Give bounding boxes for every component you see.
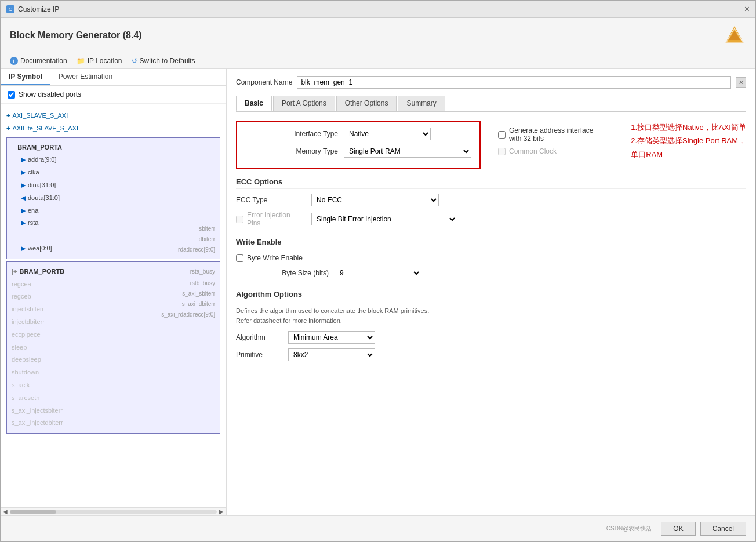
scroll-left-btn[interactable]: ◀ bbox=[3, 508, 8, 515]
left-panel: IP Symbol Power Estimation Show disabled… bbox=[1, 69, 227, 515]
horizontal-scrollbar[interactable]: ◀ ▶ bbox=[1, 507, 226, 515]
list-item: ▶ addra[9:0] bbox=[21, 154, 60, 166]
scroll-right-btn[interactable]: ▶ bbox=[219, 508, 224, 515]
list-item: ▶ rsta bbox=[21, 217, 60, 230]
tab-summary[interactable]: Summary bbox=[398, 96, 445, 111]
byte-size-select[interactable]: 9 8 bbox=[335, 267, 421, 279]
documentation-button[interactable]: i Documentation bbox=[10, 57, 67, 65]
list-item: injectdbiterr bbox=[12, 316, 63, 329]
header-title: Block Memory Generator (8.4) bbox=[10, 30, 142, 41]
primitive-select[interactable]: 8kx2 16kx1 32kx1 bbox=[288, 348, 375, 361]
component-name-clear-btn[interactable]: ✕ bbox=[736, 77, 746, 88]
bram-porta-box: – BRAM_PORTA ▶ addra[9:0] ▶ bbox=[6, 137, 220, 259]
tab-ip-symbol[interactable]: IP Symbol bbox=[1, 69, 50, 85]
logo-icon bbox=[723, 24, 746, 47]
interface-type-select[interactable]: Native AXI4 AXILite bbox=[344, 128, 431, 140]
interface-type-label: Interface Type bbox=[245, 130, 338, 138]
show-disabled-ports-checkbox[interactable] bbox=[8, 91, 15, 99]
primitive-label: Primitive bbox=[236, 351, 282, 359]
algorithm-row: Algorithm Minimum Area Low Power Fixed P… bbox=[236, 331, 746, 344]
main-content: IP Symbol Power Estimation Show disabled… bbox=[1, 69, 755, 515]
list-item: eccpipece bbox=[12, 329, 63, 341]
show-disabled-ports-label[interactable]: Show disabled ports bbox=[8, 90, 219, 99]
ip-location-label: IP Location bbox=[88, 57, 122, 65]
algorithm-select[interactable]: Minimum Area Low Power Fixed Primitives bbox=[288, 331, 375, 344]
title-bar-left: C Customize IP bbox=[6, 5, 59, 13]
component-name-row: Component Name ✕ bbox=[236, 76, 746, 89]
tab-port-a-options[interactable]: Port A Options bbox=[273, 96, 335, 111]
interface-memory-section: Interface Type Native AXI4 AXILite Memor… bbox=[236, 121, 746, 169]
error-injection-select[interactable]: Single Bit Error Injection Double Bit Er… bbox=[311, 213, 457, 225]
ecc-section-title: ECC Options bbox=[236, 177, 746, 189]
memory-type-select[interactable]: Single Port RAM Simple Dual Port RAM Tru… bbox=[344, 145, 471, 158]
list-item: s_axi_injectsbiterr bbox=[12, 405, 63, 417]
write-enable-section: Write Enable Byte Write Enable Byte Size… bbox=[236, 238, 746, 279]
list-item: ▶ wea[0:0] bbox=[21, 242, 60, 255]
bram-portb-box: |+ BRAM_PORTB rsta_busy regcea regceb bbox=[6, 261, 220, 434]
generate-addr-label[interactable]: Generate address interface with 32 bits bbox=[498, 126, 602, 143]
tab-other-options[interactable]: Other Options bbox=[336, 96, 397, 111]
left-options: Show disabled ports bbox=[1, 86, 226, 104]
list-item: ▶ clka bbox=[21, 166, 60, 179]
folder-icon: 📁 bbox=[77, 57, 85, 65]
error-injection-pins-checkbox bbox=[236, 216, 243, 223]
scroll-thumb bbox=[10, 510, 56, 514]
list-item: regceb bbox=[12, 290, 63, 303]
annotation: 1.接口类型选择Native，比AXI简单 2.存储类型选择Single Por… bbox=[631, 121, 746, 161]
close-button[interactable]: × bbox=[744, 5, 750, 14]
write-enable-title: Write Enable bbox=[236, 238, 746, 249]
cancel-button[interactable]: Cancel bbox=[700, 522, 746, 536]
list-item: |+ BRAM_PORTB rsta_busy bbox=[12, 265, 215, 278]
ok-button[interactable]: OK bbox=[661, 522, 695, 536]
generate-addr-section: Generate address interface with 32 bits … bbox=[498, 121, 602, 155]
list-item: s_aresetn bbox=[12, 392, 63, 405]
documentation-label: Documentation bbox=[20, 57, 67, 65]
switch-defaults-label: Switch to Defaults bbox=[140, 57, 195, 65]
algorithm-label: Algorithm bbox=[236, 333, 282, 341]
memory-type-row: Memory Type Single Port RAM Simple Dual … bbox=[245, 145, 471, 158]
list-item: shutdown bbox=[12, 366, 63, 379]
switch-defaults-button[interactable]: ↺ Switch to Defaults bbox=[132, 57, 195, 65]
primitive-row: Primitive 8kx2 16kx1 32kx1 bbox=[236, 348, 746, 361]
ecc-type-select[interactable]: No ECC Single Bit ECC Both Error Injecti… bbox=[311, 194, 439, 206]
watermark: CSDN@农民快活 bbox=[606, 525, 652, 533]
list-item: regcea bbox=[12, 278, 63, 291]
ip-location-button[interactable]: 📁 IP Location bbox=[77, 57, 122, 65]
list-item: deepsleep bbox=[12, 354, 63, 366]
header: Block Memory Generator (8.4) bbox=[1, 18, 755, 53]
component-name-input[interactable] bbox=[297, 76, 731, 89]
error-injection-pins-label: Error Injection Pins bbox=[236, 211, 306, 227]
memory-type-label: Memory Type bbox=[245, 147, 338, 155]
byte-write-enable-checkbox[interactable] bbox=[236, 254, 243, 262]
common-clock-label: Common Clock bbox=[498, 147, 602, 155]
toolbar: i Documentation 📁 IP Location ↺ Switch t… bbox=[1, 53, 755, 69]
ecc-type-label: ECC Type bbox=[236, 196, 306, 204]
list-item: ▶ dina[31:0] bbox=[21, 179, 60, 192]
byte-size-row: Byte Size (bits) 9 8 bbox=[236, 267, 746, 279]
symbol-area: + AXI_SLAVE_S_AXI + AXILite_SLAVE_S_AXI … bbox=[1, 104, 226, 507]
list-item: s_axi_injectdbiterr bbox=[12, 417, 63, 430]
list-item: sleep bbox=[12, 341, 63, 354]
ecc-section: ECC Options ECC Type No ECC Single Bit E… bbox=[236, 177, 746, 227]
title-bar: C Customize IP × bbox=[1, 1, 755, 18]
list-item: injectsbiterr bbox=[12, 303, 63, 316]
main-tabs: Basic Port A Options Other Options Summa… bbox=[236, 96, 746, 112]
right-panel: Component Name ✕ Basic Port A Options Ot… bbox=[227, 69, 755, 515]
algorithm-section-title: Algorithm Options bbox=[236, 290, 746, 301]
common-clock-checkbox bbox=[498, 148, 506, 155]
ecc-type-row: ECC Type No ECC Single Bit ECC Both Erro… bbox=[236, 194, 746, 206]
main-window: C Customize IP × Block Memory Generator … bbox=[0, 0, 756, 542]
list-item bbox=[28, 230, 60, 242]
tab-basic[interactable]: Basic bbox=[236, 96, 272, 111]
list-item: + AXILite_SLAVE_S_AXI bbox=[6, 122, 220, 135]
list-item: + AXI_SLAVE_S_AXI bbox=[6, 110, 220, 122]
list-item: s_aclk bbox=[12, 379, 63, 392]
component-name-label: Component Name bbox=[236, 78, 292, 86]
list-item: – BRAM_PORTA bbox=[12, 141, 215, 154]
interface-type-row: Interface Type Native AXI4 AXILite bbox=[245, 128, 471, 140]
app-icon: C bbox=[6, 5, 14, 13]
tab-power-estimation[interactable]: Power Estimation bbox=[50, 69, 121, 85]
window-title: Customize IP bbox=[18, 5, 59, 13]
byte-write-enable-label[interactable]: Byte Write Enable bbox=[236, 254, 303, 262]
generate-addr-checkbox[interactable] bbox=[498, 131, 506, 139]
